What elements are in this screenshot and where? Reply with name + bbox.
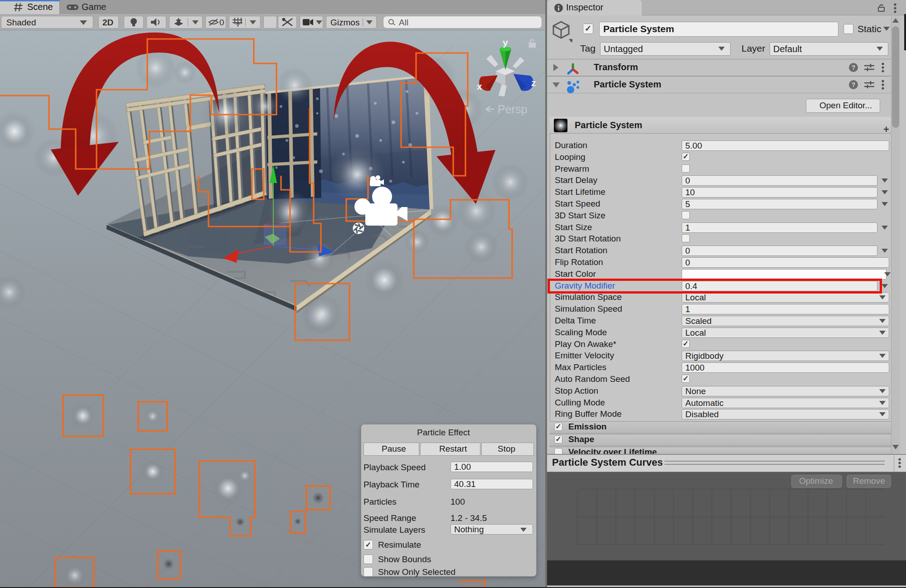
svg-text:?: ? (852, 64, 856, 71)
svg-text:z: z (531, 77, 536, 88)
svg-text:Persp: Persp (498, 103, 527, 116)
svg-text:x: x (477, 81, 482, 92)
svg-text:?: ? (852, 81, 856, 88)
svg-text:y: y (503, 37, 508, 48)
